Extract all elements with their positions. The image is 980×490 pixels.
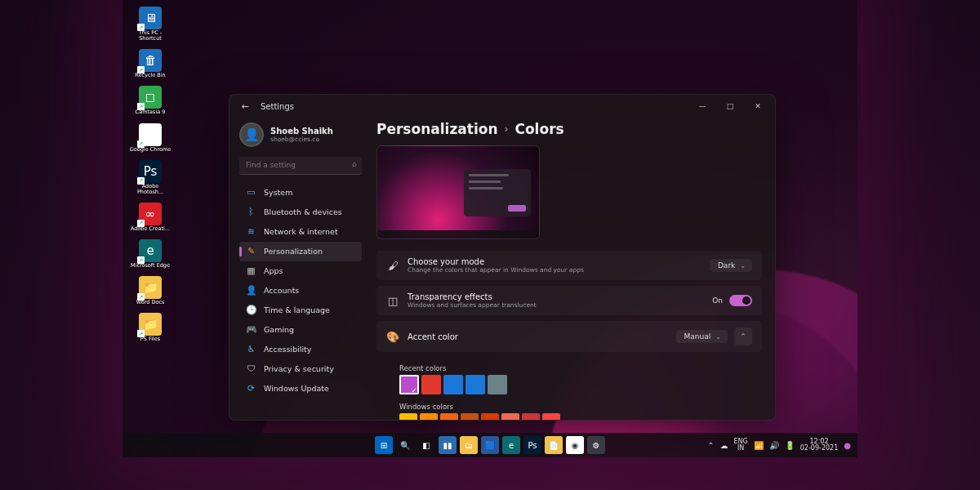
wifi-icon[interactable]: 📶 xyxy=(754,441,764,450)
desktop-icon[interactable]: 📁↗PS Files xyxy=(129,313,172,342)
sidebar-item-label: Windows Update xyxy=(264,384,329,393)
nav-icon: ≋ xyxy=(246,226,256,237)
choose-mode-row[interactable]: 🖌 Choose your mode Change the colors tha… xyxy=(376,251,762,280)
color-swatch[interactable] xyxy=(440,413,458,420)
app-icon: ◻↗ xyxy=(139,86,162,109)
color-swatch[interactable] xyxy=(443,375,463,394)
windows-colors-label: Windows colors xyxy=(399,403,762,411)
recent-colors-section: Recent colors Windows colors xyxy=(376,358,762,420)
desktop-icon-label: Recycle Bin xyxy=(135,73,165,78)
sidebar-item-accessibility[interactable]: ♿Accessibility xyxy=(239,340,362,359)
desktop-icon[interactable]: 🖥↗This PC - Shortcut xyxy=(129,7,172,42)
taskbar-app[interactable]: 🗂 xyxy=(460,436,478,454)
sidebar-item-accounts[interactable]: 👤Accounts xyxy=(239,281,362,301)
preview-mock-window xyxy=(464,169,531,216)
sidebar-item-time-language[interactable]: 🕒Time & language xyxy=(239,301,362,320)
chevron-down-icon: ⌄ xyxy=(740,262,746,270)
nav-icon: ▭ xyxy=(246,187,256,198)
sidebar-item-network-internet[interactable]: ≋Network & internet xyxy=(239,222,362,242)
sidebar-item-privacy-security[interactable]: 🛡Privacy & security xyxy=(239,359,362,379)
desktop-icon[interactable]: 🗑↗Recycle Bin xyxy=(129,49,172,78)
color-swatch[interactable] xyxy=(461,413,479,420)
color-preview xyxy=(376,145,540,239)
user-name: Shoeb Shaikh xyxy=(270,127,333,136)
language-indicator[interactable]: ENG IN xyxy=(734,439,748,452)
brush-icon: 🖌 xyxy=(386,259,399,272)
taskbar-app[interactable]: 📄 xyxy=(545,436,563,454)
color-swatch[interactable] xyxy=(522,413,540,420)
sidebar-item-label: Accounts xyxy=(264,286,299,295)
battery-icon[interactable]: 🔋 xyxy=(785,441,795,450)
transparency-row[interactable]: ◫ Transparency effects Windows and surfa… xyxy=(376,286,762,315)
back-button[interactable]: ← xyxy=(238,99,252,114)
taskbar-app[interactable]: ⚙ xyxy=(587,436,605,454)
sidebar-item-system[interactable]: ▭System xyxy=(239,183,362,203)
mode-select[interactable]: Dark ⌄ xyxy=(710,259,752,272)
minimize-button[interactable]: — xyxy=(688,95,716,118)
sidebar-item-label: Gaming xyxy=(264,325,294,334)
nav-icon: 👤 xyxy=(246,285,256,296)
sidebar-item-gaming[interactable]: 🎮Gaming xyxy=(239,320,362,340)
transparency-icon: ◫ xyxy=(386,294,399,307)
notification-icon[interactable]: ● xyxy=(844,441,851,450)
desktop-icon-label: Microsoft Edge xyxy=(131,263,170,269)
desktop-icon[interactable]: 📁↗Word Docs xyxy=(129,276,172,305)
user-profile[interactable]: 👤 Shoeb Shaikh shoeb@ccies.co xyxy=(239,121,362,152)
color-swatch[interactable] xyxy=(420,413,438,420)
nav-icon: ▦ xyxy=(246,265,256,276)
breadcrumb-parent[interactable]: Personalization xyxy=(376,121,498,137)
color-swatch[interactable] xyxy=(501,413,519,420)
accent-mode-select[interactable]: Manual ⌄ xyxy=(676,330,728,343)
color-swatch[interactable] xyxy=(399,413,417,420)
transparency-value: On xyxy=(712,296,723,305)
desktop-icon[interactable]: ◉↗Google Chrome xyxy=(129,123,172,153)
search-field-wrap: ⌕ xyxy=(239,155,362,175)
desktop-icon[interactable]: Ps↗Adobe Photosh... xyxy=(129,160,172,195)
sidebar-item-personalization[interactable]: ✎Personalization xyxy=(239,242,362,261)
app-icon: ∞↗ xyxy=(139,203,162,225)
desktop-icon-label: Adobe Photosh... xyxy=(129,184,172,195)
taskbar-app[interactable]: Ps xyxy=(523,436,541,454)
desktop-icon-label: Word Docs xyxy=(136,300,165,305)
chevron-right-icon: › xyxy=(505,123,509,135)
maximize-button[interactable]: □ xyxy=(716,95,744,118)
volume-icon[interactable]: 🔊 xyxy=(769,441,779,450)
taskbar-app[interactable]: ◉ xyxy=(566,436,584,454)
accent-color-row[interactable]: 🎨 Accent color Manual ⌄ ⌃ xyxy=(376,321,762,352)
taskbar-app[interactable]: e xyxy=(502,436,520,454)
desktop-icon[interactable]: ◻↗Camtasia 9 xyxy=(129,86,172,115)
color-swatch[interactable] xyxy=(399,375,419,394)
sidebar-item-label: Apps xyxy=(264,266,283,275)
choose-mode-subtitle: Change the colors that appear in Windows… xyxy=(408,266,702,274)
nav-icon: 🎮 xyxy=(246,324,256,335)
app-icon: 📁↗ xyxy=(139,313,162,336)
color-swatch[interactable] xyxy=(488,375,507,394)
sidebar-item-apps[interactable]: ▦Apps xyxy=(239,261,362,281)
color-swatch[interactable] xyxy=(542,413,560,420)
sidebar-item-windows-update[interactable]: ⟳Windows Update xyxy=(239,379,362,399)
system-tray[interactable]: ⌃ ☁ ENG IN 📶 🔊 🔋 12:02 02-09-2021 ● xyxy=(707,439,858,452)
sidebar-item-label: System xyxy=(264,188,292,197)
color-swatch[interactable] xyxy=(421,375,441,394)
taskbar-app[interactable]: 🔍 xyxy=(396,436,414,454)
close-button[interactable]: ✕ xyxy=(744,95,772,118)
clock[interactable]: 12:02 02-09-2021 xyxy=(800,439,839,452)
onedrive-icon[interactable]: ☁ xyxy=(720,441,728,450)
color-swatch[interactable] xyxy=(481,413,499,420)
desktop-icon[interactable]: e↗Microsoft Edge xyxy=(129,239,172,269)
accent-expand-button[interactable]: ⌃ xyxy=(734,327,752,345)
taskbar-app[interactable]: 🟦 xyxy=(481,436,499,454)
transparency-toggle[interactable] xyxy=(729,295,752,306)
sidebar-item-bluetooth-devices[interactable]: ᛒBluetooth & devices xyxy=(239,203,362,222)
desktop-icon[interactable]: ∞↗Adobe Creati... xyxy=(129,203,172,232)
user-email: shoeb@ccies.co xyxy=(270,136,333,143)
recent-colors-label: Recent colors xyxy=(399,364,762,372)
sidebar-item-label: Accessibility xyxy=(264,345,311,354)
color-swatch[interactable] xyxy=(466,375,485,394)
taskbar-app[interactable]: ▮▮ xyxy=(439,436,457,454)
search-input[interactable] xyxy=(239,157,362,175)
chevron-up-icon[interactable]: ⌃ xyxy=(707,441,714,450)
taskbar-app[interactable]: ◧ xyxy=(417,436,435,454)
taskbar-app[interactable]: ⊞ xyxy=(375,436,393,454)
desktop-icon-label: Adobe Creati... xyxy=(131,226,170,232)
